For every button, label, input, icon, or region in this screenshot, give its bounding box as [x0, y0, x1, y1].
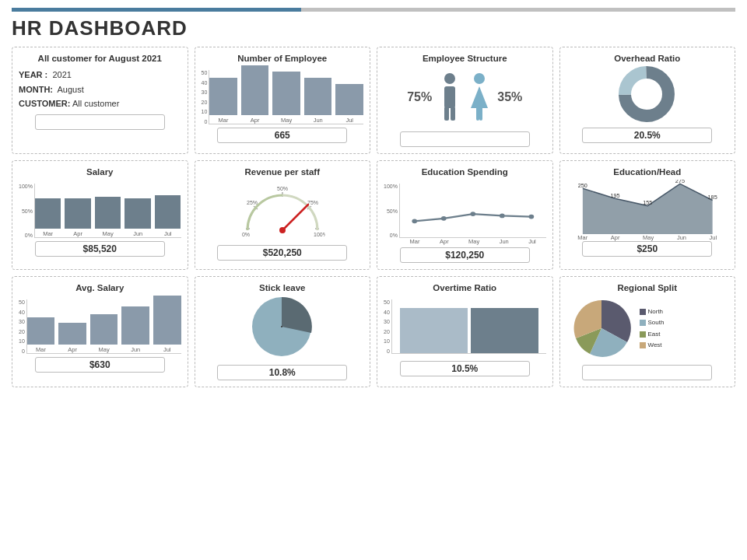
card9-value: $630 — [35, 357, 165, 373]
svg-point-35 — [281, 326, 282, 327]
male-icon — [438, 72, 461, 123]
sal-mar: Mar — [35, 198, 61, 237]
legend-east: East — [640, 329, 665, 340]
bar-apr: Apr — [241, 65, 269, 124]
avgs-apr: Apr — [58, 323, 86, 353]
regional-svg — [566, 296, 637, 362]
card-education-spending: Education Spending 100% 50% 0% — [377, 160, 553, 270]
west-dot — [640, 342, 646, 348]
card12-title: Regional Split — [566, 283, 729, 292]
edu-head-svg: 250 195 155 275 185 — [566, 180, 729, 234]
svg-text:25%: 25% — [247, 200, 258, 205]
card2-title: Number of Employee — [202, 54, 364, 63]
card-regional-split: Regional Split North — [559, 276, 736, 387]
card7-value: $120,250 — [400, 247, 530, 263]
year-value: 2021 — [52, 70, 71, 79]
card8-value: $250 — [582, 241, 712, 257]
sal-apr: Apr — [65, 198, 91, 237]
east-dot — [640, 331, 646, 338]
svg-point-0 — [444, 73, 455, 84]
card9-yaxis: 50 40 30 20 10 0 — [19, 299, 26, 354]
north-dot — [640, 309, 646, 315]
sticklv-chart — [202, 296, 364, 362]
sticklv-svg — [245, 294, 319, 364]
south-dot — [640, 320, 646, 326]
svg-text:100%: 100% — [314, 232, 325, 237]
svg-text:185: 185 — [707, 194, 717, 201]
bar-jul: Jul — [335, 84, 363, 124]
card10-title: Stick leave — [202, 283, 364, 292]
card1-title: All customer for August 2021 — [19, 54, 181, 63]
card11-title: Overtime Ratio — [384, 283, 546, 292]
svg-point-23 — [412, 219, 417, 223]
avgs-jun: Jun — [121, 306, 149, 353]
bar-may: May — [272, 72, 300, 124]
card-employee-structure: Employee Structure 75% 35% — [377, 47, 553, 154]
card6-title: Revenue per staff — [202, 167, 364, 177]
svg-text:155: 155 — [643, 199, 652, 206]
card-overtime: Overtime Ratio 50 40 30 20 10 0 — [377, 276, 553, 387]
avgs-mar: Mar — [27, 317, 55, 353]
page-title: HR DASHBOARD — [12, 16, 735, 40]
card5-bars: Mar Apr May Jun Jul — [34, 184, 181, 238]
svg-point-26 — [500, 214, 505, 219]
svg-point-24 — [441, 216, 447, 221]
customer-value: All customer — [72, 99, 120, 108]
card1-info: YEAR : 2021 MONTH: August CUSTOMER: All … — [19, 68, 181, 111]
svg-point-27 — [528, 215, 534, 219]
row-2: Salary 100% 50% 0% Mar Apr May Jun Jul $… — [12, 160, 735, 270]
card8-areachart: 250 195 155 275 185 MarAprMayJunJul — [566, 180, 729, 238]
year-label: YEAR : — [19, 70, 47, 79]
svg-line-21 — [282, 205, 308, 230]
card11-chart: 50 40 30 20 10 0 — [384, 296, 546, 358]
svg-rect-7 — [479, 107, 482, 121]
gauge-chart: 50% 25% 75% 0% 100% — [202, 180, 364, 242]
card-num-employee: Number of Employee 50 40 30 20 10 0 Mar … — [195, 47, 371, 154]
card8-xlabels: MarAprMayJunJul — [566, 234, 729, 241]
legend-south: South — [640, 317, 665, 328]
avgs-jul: Jul — [153, 296, 181, 353]
svg-text:50%: 50% — [277, 186, 288, 191]
card7-title: Education Spending — [384, 167, 546, 177]
customer-label: CUSTOMER: — [19, 99, 70, 108]
legend-north: North — [640, 306, 665, 317]
bar-mar: Mar — [209, 78, 237, 124]
card7-xlabels: MarAprMayJunJul — [400, 238, 546, 245]
card4-value: 20.5% — [582, 128, 712, 143]
card9-title: Avg. Salary — [19, 283, 181, 292]
card-revenue-staff: Revenue per staff 50% 25% 75% 0% 10 — [195, 160, 371, 270]
card-overhead-ratio: Overhead Ratio 20.5% — [559, 47, 736, 154]
donut-chart — [566, 66, 729, 124]
card5-yaxis: 100% 50% 0% — [19, 184, 34, 238]
svg-rect-1 — [444, 86, 455, 108]
sal-may: May — [95, 197, 121, 237]
sal-jul: Jul — [155, 195, 181, 237]
overhead-donut-svg — [614, 65, 680, 127]
card2-bars: Mar Apr May Jun Jul — [209, 70, 363, 124]
row-3: Avg. Salary 50 40 30 20 10 0 Mar Apr May… — [12, 276, 735, 387]
card5-title: Salary — [19, 167, 181, 177]
svg-point-22 — [279, 227, 286, 233]
svg-text:0%: 0% — [242, 232, 250, 237]
card3-value — [400, 131, 530, 147]
svg-rect-3 — [451, 107, 455, 121]
male-pct: 75% — [407, 90, 432, 104]
west-label: West — [648, 340, 662, 351]
card2-value: 665 — [217, 128, 347, 143]
month-value: August — [58, 85, 84, 94]
female-pct: 35% — [497, 90, 522, 104]
card9-bars: Mar Apr May Jun Jul — [26, 299, 181, 354]
svg-point-25 — [470, 212, 475, 216]
card6-value: $520,250 — [217, 245, 347, 261]
bar-jun: Jun — [304, 78, 332, 124]
svg-marker-28 — [582, 184, 712, 234]
employee-struct: 75% 35% — [384, 66, 546, 128]
avgs-may: May — [90, 314, 118, 353]
card7-yaxis: 100% 50% 0% — [384, 184, 399, 238]
svg-text:275: 275 — [675, 180, 684, 184]
card11-value: 10.5% — [400, 361, 530, 376]
card-stick-leave: Stick leave 10.8% — [195, 276, 371, 387]
regional-chart: North South East West — [566, 296, 729, 362]
row-1: All customer for August 2021 YEAR : 2021… — [12, 47, 735, 154]
regional-legend: North South East West — [640, 306, 665, 352]
